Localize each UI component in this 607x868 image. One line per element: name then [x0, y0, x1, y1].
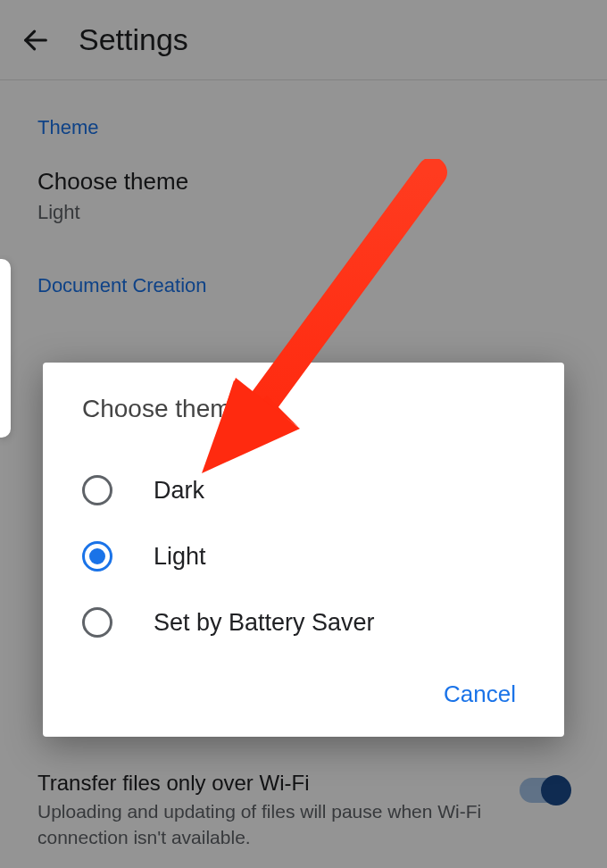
option-label: Set by Battery Saver [154, 609, 375, 637]
radio-icon [82, 607, 112, 638]
option-label: Dark [154, 477, 204, 505]
theme-option-dark[interactable]: Dark [43, 457, 564, 523]
side-tab [0, 259, 11, 438]
radio-icon-selected [82, 541, 112, 572]
theme-option-battery-saver[interactable]: Set by Battery Saver [43, 589, 564, 655]
radio-icon [82, 475, 112, 505]
option-label: Light [154, 543, 206, 571]
choose-theme-dialog: Choose theme Dark Light Set by Battery S… [43, 363, 564, 737]
dialog-title: Choose theme [43, 395, 564, 423]
dialog-actions: Cancel [43, 655, 564, 717]
cancel-button[interactable]: Cancel [431, 672, 528, 717]
theme-option-light[interactable]: Light [43, 523, 564, 589]
